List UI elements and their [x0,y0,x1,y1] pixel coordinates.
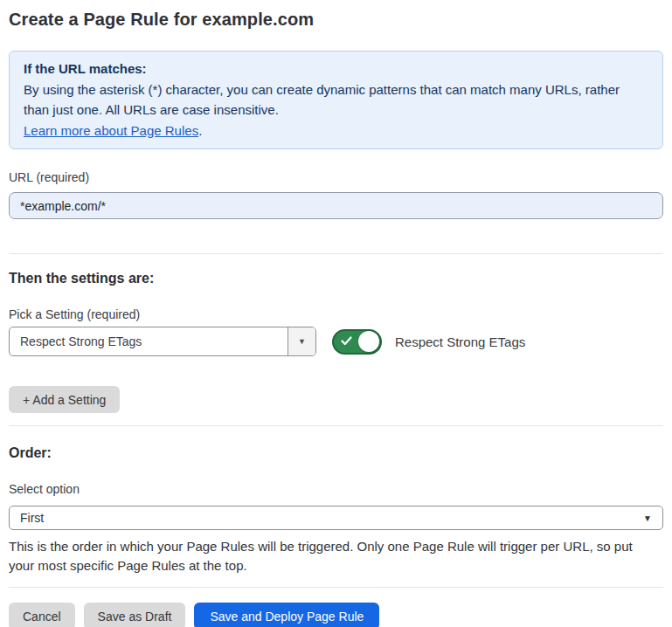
url-match-info-box: If the URL matches: By using the asteris… [9,51,663,149]
url-input[interactable] [9,192,663,219]
order-section-heading: Order: [9,445,663,461]
order-select[interactable]: First ▼ [9,506,663,530]
learn-more-link[interactable]: Learn more about Page Rules [24,123,198,138]
order-help-text: This is the order in which your Page Rul… [9,537,660,575]
info-box-heading: If the URL matches: [24,59,648,79]
save-deploy-button[interactable]: Save and Deploy Page Rule [194,603,379,627]
toggle-knob [358,331,379,352]
footer-divider [9,587,663,588]
check-icon [341,336,352,346]
page-title: Create a Page Rule for example.com [9,10,663,30]
settings-section-heading: Then the settings are: [9,271,663,286]
setting-select-arrow-button[interactable]: ▼ [288,327,315,355]
setting-row: Respect Strong ETags ▼ Respect Strong ET… [9,327,663,356]
order-select-label: Select option [9,482,663,496]
chevron-down-icon: ▼ [643,513,652,523]
info-box-link-line: Learn more about Page Rules. [24,121,648,141]
footer-actions: Cancel Save as Draft Save and Deploy Pag… [9,603,663,627]
info-box-body: By using the asterisk (*) character, you… [24,79,648,121]
etags-toggle[interactable] [332,329,382,355]
setting-select-value: Respect Strong ETags [10,327,288,355]
toggle-label: Respect Strong ETags [395,334,525,349]
order-select-value: First [20,511,643,525]
section-divider [9,253,663,254]
chevron-down-icon: ▼ [298,337,306,346]
url-label: URL (required) [9,170,663,184]
save-draft-button[interactable]: Save as Draft [84,603,186,627]
page-rule-form: Create a Page Rule for example.com If th… [0,10,672,627]
pick-setting-label: Pick a Setting (required) [9,307,663,321]
add-setting-button[interactable]: + Add a Setting [9,386,120,413]
setting-select[interactable]: Respect Strong ETags ▼ [9,327,316,356]
cancel-button[interactable]: Cancel [9,603,75,627]
link-suffix: . [198,123,202,138]
section-divider [9,425,663,426]
